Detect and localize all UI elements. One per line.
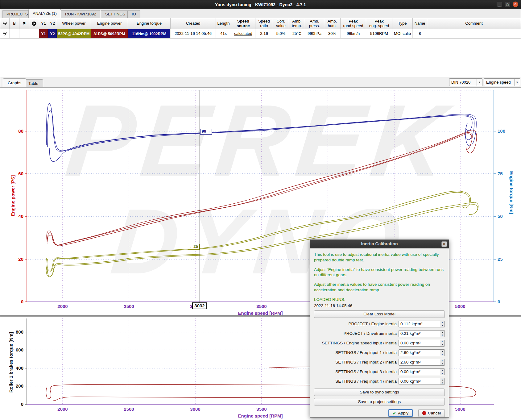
svg-text:2500: 2500: [124, 406, 134, 412]
col-header-amb-hum[interactable]: Amb. hum.: [324, 18, 341, 29]
tab-io[interactable]: IO: [127, 10, 140, 18]
power-axis-title: Engine power [PS]: [10, 175, 15, 216]
col-header-type[interactable]: Type: [392, 18, 413, 29]
freq-input-1-inertia-spinbox[interactable]: 2.60 kg*m² ▲▼: [399, 349, 445, 356]
spinner-arrows-icon[interactable]: ▲▼: [440, 369, 445, 375]
maximize-icon[interactable]: ▢: [505, 2, 510, 7]
cell-amb-press[interactable]: 990hPa: [305, 29, 324, 38]
cell-corr-value[interactable]: 5.0%: [273, 29, 289, 38]
col-header-b[interactable]: B: [10, 18, 19, 29]
tab-settings[interactable]: SETTINGS: [101, 10, 130, 18]
tab-run[interactable]: RUN - KWI71092: [61, 10, 100, 18]
spinner-arrows-icon[interactable]: ▲▼: [440, 378, 445, 385]
tab-analyze[interactable]: ANALYZE (1): [28, 9, 61, 18]
col-header-peak-road-speed[interactable]: Peak road speed: [341, 18, 366, 29]
x-axis-select[interactable]: Engine speed ▼: [484, 78, 520, 86]
eye-icon[interactable]: [0, 18, 10, 29]
spinner-arrows-icon[interactable]: ▲▼: [440, 340, 445, 346]
col-header-name[interactable]: Name: [413, 18, 427, 29]
freq-input-2-inertia-spinbox[interactable]: 2.60 kg*m² ▲▼: [399, 359, 445, 366]
engine-inertia-spinbox[interactable]: 0.112 kg*m² ▲▼: [399, 321, 445, 327]
col-header-speed-source[interactable]: Speed source: [231, 18, 255, 29]
spinner-arrows-icon[interactable]: ▲▼: [440, 331, 445, 337]
cell-y2[interactable]: Y2: [48, 29, 57, 38]
spinner-arrows-icon[interactable]: ▲▼: [440, 321, 445, 327]
close-icon[interactable]: ✕: [513, 2, 518, 7]
cell-peak-road-speed[interactable]: 96km/h: [341, 29, 366, 38]
svg-text:400: 400: [16, 365, 23, 371]
svg-text:5000: 5000: [455, 304, 465, 309]
cell-speed-source[interactable]: calculated: [231, 29, 255, 38]
col-header-speed-ratio[interactable]: Speed ratio: [255, 18, 273, 29]
tab-graphs[interactable]: Graphs: [3, 78, 26, 87]
cell-engine-power[interactable]: 81PS@ 5092RPM: [91, 29, 128, 38]
cell-engine-torque[interactable]: 116Nm@ 1902RPM: [128, 29, 171, 38]
cell-y1[interactable]: Y1: [39, 29, 48, 38]
minimize-icon[interactable]: ▁: [497, 2, 502, 7]
clear-loss-model-button[interactable]: Clear Loss Model: [314, 310, 445, 318]
torque-axis-title: Engine torque [Nm]: [509, 171, 514, 214]
engine-speed-input-inertia-spinbox[interactable]: 0.00 kg*m² ▲▼: [399, 340, 445, 347]
save-to-dyno-settings-button[interactable]: Save to dyno settings: [314, 389, 445, 396]
flag-icon[interactable]: ⚑: [19, 18, 29, 29]
cell-amb-hum[interactable]: 30%: [324, 29, 341, 38]
cancel-button[interactable]: Cancel: [418, 409, 445, 417]
cancel-button-label: Cancel: [428, 410, 441, 417]
col-header-wheel-power[interactable]: Wheel power: [57, 18, 91, 29]
dialog-paragraph-2: Adjust "Engine inertia" to have consiste…: [314, 267, 445, 278]
cell-created[interactable]: 2022-11-16 14:05:46: [171, 29, 216, 38]
col-header-amb-press[interactable]: Amb. press.: [305, 18, 324, 29]
col-header-length[interactable]: Length: [216, 18, 231, 29]
col-header-y2[interactable]: Y2: [48, 18, 57, 29]
cell-speed-ratio[interactable]: 2.16: [255, 29, 273, 38]
cell-type[interactable]: MOI calib: [392, 29, 413, 38]
dialog-close-icon[interactable]: ✕: [441, 241, 447, 247]
svg-text:2000: 2000: [57, 304, 68, 309]
svg-text:20: 20: [18, 256, 23, 262]
chevron-down-icon: ▼: [514, 79, 520, 86]
cell-peak-eng-speed[interactable]: 5106RPM: [366, 29, 392, 38]
col-header-comment[interactable]: Comment: [427, 18, 521, 29]
freq-input-3-inertia-label: SETTINGS / Freq input 3 / inertia: [335, 369, 397, 374]
col-header-peak-eng-speed[interactable]: Peak eng. speed: [366, 18, 392, 29]
cell-b[interactable]: [10, 29, 19, 38]
window-title: Yaris dyno tuning - KWI71092 - Dyno2 - 4…: [0, 2, 521, 7]
drivetrain-inertia-spinbox[interactable]: 0.21 kg*m² ▲▼: [399, 330, 445, 337]
apply-button[interactable]: ✔ Apply: [388, 409, 413, 417]
col-header-created[interactable]: Created: [171, 18, 216, 29]
spinner-arrows-icon[interactable]: ▲▼: [440, 359, 445, 365]
dialog-title: Inertia Calibration: [361, 241, 398, 246]
freq-input-4-inertia-spinbox[interactable]: 0.00 kg*m² ▲▼: [399, 378, 445, 385]
spinner-arrows-icon[interactable]: ▲▼: [440, 350, 445, 356]
eye-icon[interactable]: [0, 29, 10, 38]
cell-wheel-power[interactable]: 52PS@ 4942RPM: [57, 29, 91, 38]
svg-text:3000: 3000: [190, 406, 200, 412]
cell-amb-temp[interactable]: 25°C: [289, 29, 305, 38]
cell-name[interactable]: 8: [413, 29, 427, 38]
cell-play[interactable]: [29, 29, 39, 38]
svg-text:600: 600: [16, 347, 23, 352]
svg-text:2500: 2500: [124, 304, 134, 309]
col-header-corr-value[interactable]: Corr. value: [273, 18, 289, 29]
cell-flag[interactable]: [19, 29, 29, 38]
chevron-down-icon: ▼: [477, 79, 482, 86]
cell-length[interactable]: 41s: [216, 29, 231, 38]
tab-table[interactable]: Table: [23, 79, 43, 87]
table-row[interactable]: Y1 Y2 52PS@ 4942RPM 81PS@ 5092RPM 116Nm@…: [0, 29, 521, 39]
svg-text:2000: 2000: [57, 406, 68, 412]
roller-rpm-axis-title: Engine speed [RPM]: [238, 413, 283, 418]
tab-projects[interactable]: PROJECTS: [2, 10, 32, 18]
save-to-project-settings-button[interactable]: Save to project settings: [314, 398, 445, 405]
freq-input-3-inertia-spinbox[interactable]: 0.00 kg*m² ▲▼: [399, 368, 445, 375]
freq-input-1-inertia-value: 2.60 kg*m²: [400, 350, 420, 355]
play-icon[interactable]: [29, 18, 39, 29]
col-header-amb-temp[interactable]: Amb. temp.: [289, 18, 305, 29]
cell-comment[interactable]: [427, 29, 521, 38]
dialog-paragraph-3: Adjust other inertia values to have cons…: [314, 282, 445, 293]
svg-text:25: 25: [498, 256, 503, 262]
dialog-title-bar[interactable]: Inertia Calibration ✕: [310, 240, 449, 248]
col-header-y1[interactable]: Y1: [39, 18, 48, 29]
chart-cursor[interactable]: [200, 90, 200, 302]
col-header-engine-power[interactable]: Engine power: [91, 18, 128, 29]
col-header-engine-torque[interactable]: Engine torque: [128, 18, 171, 29]
